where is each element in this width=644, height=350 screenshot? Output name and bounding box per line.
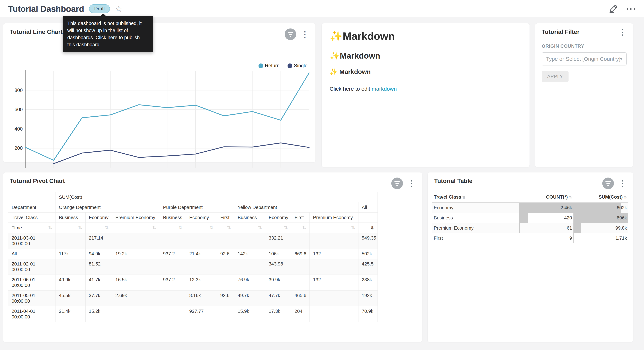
kebab-menu-icon[interactable]: ⋮ [301,31,309,38]
pivot-row: 2011-05-01 00:00:0045.5k37.7k2.69k8.16k9… [8,290,378,306]
sum-cell: 99.8k [574,223,628,233]
sort-icon: ⇅ [462,195,466,199]
kebab-menu-icon[interactable]: ⋮ [408,180,416,187]
pivot-value-cell: 21.4k [56,306,86,322]
kebab-menu-icon[interactable]: ⋮ [618,28,626,36]
pivot-sort-cell[interactable]: ⇅ [112,223,160,233]
table-row[interactable]: Business420696k [432,213,628,223]
pivot-sort-cell[interactable]: ⇅ [86,223,112,233]
pivot-value-cell: 49.7k [234,290,265,306]
pivot-value-cell: 238k [358,275,378,290]
sort-icon[interactable]: ⇅ [78,225,82,231]
pivot-value-cell [112,259,160,275]
pivot-sort-cell[interactable]: ⇅ [56,223,86,233]
pivot-dept-header: Purple Department [160,202,234,212]
pivot-sort-cell[interactable]: ⇅ [265,223,291,233]
pivot-value-cell: 76.9k [234,275,265,290]
pivot-time-cell: 2011-05-01 00:00:00 [8,290,56,306]
table-row[interactable]: Economy2.46k602k [432,202,628,213]
pivot-value-cell: 927.77 [186,306,217,322]
pivot-value-cell [112,306,160,322]
pivot-class-header: Premium Economy [310,212,358,223]
pivot-sort-cell[interactable]: ⇅ [217,223,234,233]
cross-filter-icon[interactable] [391,178,403,189]
origin-country-select[interactable]: Type or Select [Origin Country] ▾ [542,52,626,66]
pivot-dept-header: All [358,202,378,212]
sum-cell: 1.71k [574,233,628,243]
table-col-header[interactable]: COUNT(*)⇅ [519,192,574,202]
pivot-value-cell [291,233,310,249]
legend-label-return: Return [265,63,280,68]
table-card: Tutorial Table ⋮ Travel Class⇅COUNT(*)⇅S… [428,172,633,342]
sort-icon[interactable]: ⇅ [302,225,306,231]
pivot-value-cell: 204 [291,306,310,322]
pivot-dept-header: Yellow Department [234,202,358,212]
pivot-value-cell: 19.2k [112,249,160,259]
pivot-value-cell: 17.3k [265,306,291,322]
pivot-value-cell [291,259,310,275]
sort-icon[interactable]: ⇅ [152,225,156,231]
legend-label-single: Single [294,63,308,68]
pivot-dept-axis-label: Department [8,202,56,212]
table-row[interactable]: First91.71k [432,233,628,243]
pivot-value-cell: 343.98 [265,259,291,275]
apply-button[interactable]: APPLY [542,71,568,82]
sort-icon[interactable]: ⇅ [284,225,288,231]
count-cell: 2.46k [519,202,574,213]
pivot-value-cell [291,275,310,290]
pivot-sort-cell[interactable]: ⇅ [310,223,358,233]
pivot-class-header [358,212,378,223]
pivot-class-header: First [291,212,310,223]
pivot-value-cell [217,259,234,275]
table-row[interactable]: Premium Economy6199.8k [432,223,628,233]
cross-filter-icon[interactable] [602,178,614,189]
pivot-value-cell: 45.5k [56,290,86,306]
table-col-header[interactable]: SUM(Cost)⇅ [574,192,628,202]
sort-icon[interactable]: ⇅ [210,225,214,231]
pivot-sort-cell[interactable]: ⇅ [160,223,186,233]
pivot-value-cell: 106k [265,249,291,259]
pivot-value-cell: 81.52 [86,259,112,275]
sort-icon[interactable]: ⇅ [227,225,231,231]
legend-item-single[interactable]: Single [288,63,308,68]
pivot-value-cell: 49.9k [56,275,86,290]
sort-icon[interactable]: ⇅ [258,225,262,231]
sort-icon[interactable]: ⇅ [104,225,109,231]
markdown-h2: ✨Markdown [330,51,522,60]
favorite-star-icon[interactable]: ☆ [115,4,122,13]
pivot-time-cell: All [8,249,56,259]
more-actions-button[interactable]: ⋯ [626,6,637,11]
table-col-header[interactable]: Travel Class⇅ [432,192,519,202]
sort-icon[interactable]: ⇅ [178,225,183,231]
y-axis-tick: 600 [14,107,23,112]
cross-filter-icon[interactable] [285,28,296,40]
pivot-value-cell [310,233,358,249]
draft-status-badge[interactable]: Draft [89,4,110,13]
legend-item-return[interactable]: Return [258,63,280,68]
sort-icon[interactable]: ⇅ [48,225,52,231]
pivot-value-cell: 937.2 [160,275,186,290]
dashboard-header: Tutorial Dashboard Draft ☆ ⋯ [0,0,644,18]
pivot-value-cell [160,306,186,322]
dashboard-page: Tutorial Dashboard Draft ☆ ⋯ This dashbo… [0,0,644,350]
markdown-edit-link[interactable]: markdown [372,86,397,92]
pivot-sort-cell[interactable]: ⇅ [291,223,310,233]
unpublished-tooltip: This dashboard is not published, it will… [62,16,153,52]
pivot-chart-card: Tutorial Pivot Chart ⋮ SUM(Cost)Departme… [3,172,422,342]
y-axis-tick: 200 [14,146,23,151]
sort-desc-icon[interactable]: ⇩ [370,225,374,231]
sort-icon[interactable]: ⇅ [351,225,355,231]
pivot-row: 2011-06-01 00:00:0049.9k41.7k16.5k937.21… [8,275,378,290]
line-chart-plot: 200400600800FebruaryMarchAprilMayJuneJul… [8,69,313,181]
pivot-time-axis-label[interactable]: Time⇅ [8,223,56,233]
pencil-icon [608,4,618,14]
edit-dashboard-button[interactable] [608,4,618,14]
pivot-value-cell [234,233,265,249]
count-cell: 420 [519,213,574,223]
line-chart-card: Tutorial Line Chart ⋮ Return Single 2004… [3,24,316,162]
pivot-sort-cell[interactable]: ⇅ [234,223,265,233]
pivot-sort-cell[interactable]: ⇩ [358,223,378,233]
pivot-sort-cell[interactable]: ⇅ [186,223,217,233]
pivot-value-cell [160,233,186,249]
kebab-menu-icon[interactable]: ⋮ [618,180,626,187]
